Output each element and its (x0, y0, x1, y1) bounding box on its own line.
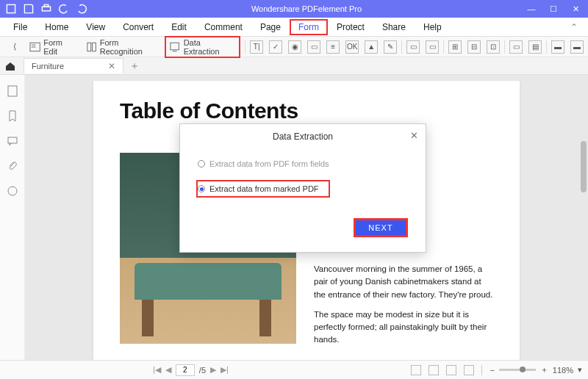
dialog-title: Data Extraction (180, 124, 426, 149)
svg-rect-2 (44, 4, 49, 7)
new-tab-button[interactable]: ＋ (129, 59, 140, 73)
close-panel-icon[interactable]: ⟨ (4, 39, 25, 55)
zoom-slider[interactable] (499, 369, 536, 371)
last-page-icon[interactable]: ▶| (220, 365, 229, 375)
zoom-control: − ＋ 118% ▾ (490, 364, 582, 375)
svg-rect-8 (8, 137, 17, 143)
page-total: /5 (199, 366, 206, 375)
menu-share[interactable]: Share (373, 19, 415, 35)
collapse-ribbon-icon[interactable]: ⌃ (564, 22, 584, 32)
list-field-icon[interactable]: ≡ (326, 40, 340, 54)
svg-rect-7 (8, 86, 17, 96)
view-facing-cont-icon[interactable] (464, 365, 474, 375)
menu-convert[interactable]: Convert (114, 19, 162, 35)
zoom-out-icon[interactable]: − (490, 366, 494, 375)
menu-file[interactable]: File (4, 19, 36, 35)
menu-comment[interactable]: Comment (196, 19, 251, 35)
home-icon[interactable] (4, 60, 16, 72)
button-field-icon[interactable]: OK (345, 40, 359, 54)
svg-point-9 (8, 187, 17, 195)
radio-field-icon[interactable]: ◉ (288, 40, 301, 54)
radio-unselected-icon[interactable] (198, 160, 205, 167)
zoom-value: 118% (553, 366, 573, 375)
distribute3-icon[interactable]: ⊡ (487, 40, 500, 54)
svg-rect-5 (92, 43, 96, 51)
image-field-icon[interactable]: ▲ (365, 40, 378, 54)
next-page-icon[interactable]: ▶ (210, 365, 216, 375)
signature-field-icon[interactable]: ✎ (384, 40, 397, 54)
data-extraction-button[interactable]: Data Extraction (165, 36, 240, 58)
menu-view[interactable]: View (77, 19, 114, 35)
radio-selected-icon[interactable] (198, 185, 205, 192)
view-single-icon[interactable] (411, 365, 421, 375)
svg-rect-4 (87, 43, 90, 51)
more4-icon[interactable]: ▬ (570, 40, 584, 54)
print-icon[interactable] (41, 4, 51, 14)
more1-icon[interactable]: ▭ (509, 40, 523, 54)
menu-home[interactable]: Home (36, 19, 77, 35)
zoom-dropdown-icon[interactable]: ▾ (578, 365, 582, 375)
option-marked-pdf[interactable]: Extract data from marked PDF (196, 180, 330, 198)
page-heading: Table of Contents (120, 98, 493, 123)
align-tool-icon[interactable]: ▭ (406, 40, 420, 54)
sidebar (0, 75, 25, 360)
distribute1-icon[interactable]: ⊞ (448, 40, 462, 54)
toolbar: ⟨ Form Edit Form Recognition Data Extrac… (0, 37, 588, 57)
minimize-button[interactable]: — (526, 4, 537, 14)
menu-form[interactable]: Form (290, 19, 328, 35)
more3-icon[interactable]: ▬ (551, 40, 564, 54)
search-panel-icon[interactable] (7, 185, 18, 197)
zoom-in-icon[interactable]: ＋ (540, 364, 548, 375)
option-form-fields[interactable]: Extract data from PDF form fields (196, 155, 409, 173)
tab-label: Furniture (32, 62, 64, 71)
next-button[interactable]: NEXT (354, 218, 408, 237)
maximize-button[interactable]: ☐ (548, 4, 559, 14)
dialog-close-icon[interactable]: ✕ (410, 130, 418, 141)
comments-icon[interactable] (7, 135, 18, 147)
more2-icon[interactable]: ▤ (528, 40, 542, 54)
menu-edit[interactable]: Edit (162, 19, 196, 35)
bookmarks-icon[interactable] (7, 110, 18, 122)
statusbar: |◀ ◀ /5 ▶ ▶| − ＋ 118% ▾ (0, 360, 588, 379)
menu-help[interactable]: Help (415, 19, 451, 35)
combo-field-icon[interactable]: ▭ (307, 40, 320, 54)
app-menu-icon[interactable] (6, 4, 16, 14)
close-button[interactable]: ✕ (570, 4, 581, 14)
attachments-icon[interactable] (7, 160, 18, 172)
page-navigator: |◀ ◀ /5 ▶ ▶| (153, 364, 229, 376)
menu-protect[interactable]: Protect (328, 19, 373, 35)
thumbnails-icon[interactable] (7, 85, 18, 97)
text-field-icon[interactable]: T| (250, 40, 263, 54)
menubar: File Home View Convert Edit Comment Page… (0, 18, 588, 37)
form-edit-button[interactable]: Form Edit (25, 36, 82, 58)
svg-rect-0 (7, 4, 15, 12)
scrollbar-thumb[interactable] (581, 141, 587, 192)
svg-rect-6 (171, 43, 179, 50)
window-title: Wondershare PDFelement Pro (87, 4, 526, 13)
first-page-icon[interactable]: |◀ (153, 365, 161, 375)
save-icon[interactable] (24, 4, 34, 14)
titlebar: Wondershare PDFelement Pro — ☐ ✕ (0, 0, 588, 18)
data-extraction-dialog: Data Extraction ✕ Extract data from PDF … (179, 123, 426, 253)
checkbox-field-icon[interactable]: ✓ (269, 40, 282, 54)
menu-page[interactable]: Page (251, 19, 290, 35)
distribute2-icon[interactable]: ⊟ (467, 40, 481, 54)
form-recognition-button[interactable]: Form Recognition (82, 36, 165, 58)
view-facing-icon[interactable] (446, 365, 456, 375)
page-number-input[interactable] (176, 364, 195, 376)
document-tab[interactable]: Furniture ✕ (24, 58, 123, 73)
svg-rect-1 (42, 7, 50, 11)
prev-page-icon[interactable]: ◀ (165, 365, 171, 375)
view-continuous-icon[interactable] (429, 365, 439, 375)
align-tool2-icon[interactable]: ▭ (426, 40, 439, 54)
redo-icon[interactable] (76, 4, 87, 14)
undo-icon[interactable] (59, 4, 69, 14)
tab-close-icon[interactable]: ✕ (108, 61, 115, 71)
tabbar: Furniture ✕ ＋ (0, 57, 588, 75)
